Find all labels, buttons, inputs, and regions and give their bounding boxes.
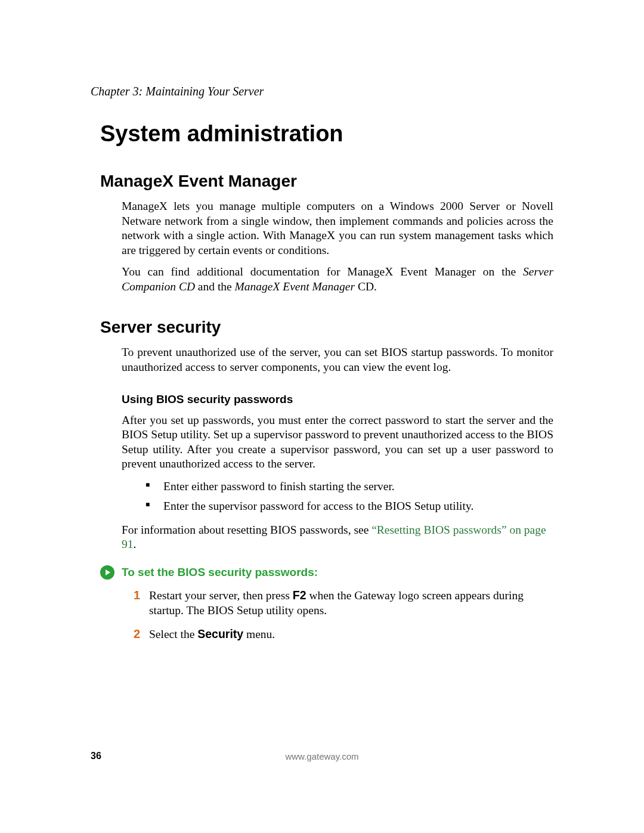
procedure-steps: 1 Restart your server, then press F2 whe…	[134, 588, 553, 642]
step-text: Select the Security menu.	[149, 627, 553, 642]
subsection-heading-bios: Using BIOS security passwords	[122, 393, 553, 406]
list-item: Enter the supervisor password for access…	[145, 498, 553, 515]
page-number: 36	[91, 751, 101, 761]
play-icon	[100, 565, 114, 580]
step-item: 1 Restart your server, then press F2 whe…	[134, 588, 553, 618]
text: .	[134, 538, 137, 550]
footer-url: www.gateway.com	[285, 751, 358, 761]
paragraph: To prevent unauthorized use of the serve…	[122, 345, 553, 374]
list-item: Enter either password to finish starting…	[145, 479, 553, 495]
body-block: ManageX lets you manage multiple compute…	[122, 199, 553, 294]
chapter-header: Chapter 3: Maintaining Your Server	[91, 85, 553, 98]
text: menu.	[243, 628, 275, 640]
text: Select the	[149, 628, 197, 640]
body-block: To prevent unauthorized use of the serve…	[122, 345, 553, 374]
page-title: System administration	[100, 121, 553, 147]
document-page: Chapter 3: Maintaining Your Server Syste…	[0, 0, 644, 642]
text: CD.	[355, 280, 377, 293]
keyboard-key: F2	[293, 589, 306, 602]
cd-reference: ManageX Event Manager	[235, 280, 355, 293]
paragraph: ManageX lets you manage multiple compute…	[122, 199, 553, 258]
procedure-heading-row: To set the BIOS security passwords:	[91, 565, 553, 580]
svg-marker-0	[106, 569, 110, 575]
paragraph: For information about resetting BIOS pas…	[122, 523, 553, 552]
step-number: 2	[134, 627, 149, 642]
text: You can find additional documentation fo…	[122, 265, 523, 278]
step-text: Restart your server, then press F2 when …	[149, 588, 553, 618]
menu-name: Security	[197, 627, 243, 640]
procedure-title: To set the BIOS security passwords:	[122, 566, 318, 579]
body-block: After you set up passwords, you must ent…	[122, 413, 553, 472]
paragraph: After you set up passwords, you must ent…	[122, 413, 553, 472]
text: For information about resetting BIOS pas…	[122, 524, 371, 536]
page-footer: 36 www.gateway.com	[91, 751, 553, 761]
paragraph: You can find additional documentation fo…	[122, 265, 553, 294]
text: and the	[195, 280, 235, 293]
section-heading-managex: ManageX Event Manager	[100, 172, 553, 191]
step-item: 2 Select the Security menu.	[134, 627, 553, 642]
section-heading-security: Server security	[100, 318, 553, 337]
body-block: For information about resetting BIOS pas…	[122, 523, 553, 552]
step-number: 1	[134, 588, 149, 618]
bullet-list: Enter either password to finish starting…	[145, 479, 553, 515]
text: Restart your server, then press	[149, 589, 293, 602]
